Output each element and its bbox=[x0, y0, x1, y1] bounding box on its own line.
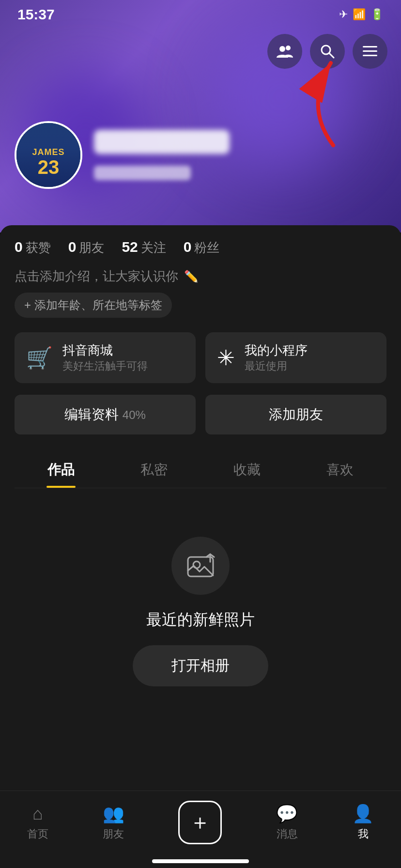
status-icons: ✈ 📶 🔋 bbox=[339, 8, 384, 21]
nav-friends-label: 朋友 bbox=[103, 827, 124, 841]
username-blurred bbox=[94, 130, 230, 154]
jersey-number: 23 bbox=[38, 157, 60, 177]
svg-rect-6 bbox=[363, 55, 377, 56]
empty-icon bbox=[171, 537, 230, 595]
bio-edit-icon: ✏️ bbox=[184, 270, 199, 283]
empty-state: 最近的新鲜照片 打开相册 bbox=[15, 488, 386, 686]
nav-messages[interactable]: 💬 消息 bbox=[276, 804, 298, 841]
search-button[interactable] bbox=[310, 34, 345, 69]
messages-icon: 💬 bbox=[276, 804, 298, 824]
likes-label: 获赞 bbox=[26, 239, 51, 256]
svg-point-0 bbox=[279, 46, 285, 52]
friends-label: 朋友 bbox=[79, 239, 104, 256]
svg-rect-4 bbox=[363, 46, 377, 47]
add-icon: ＋ bbox=[189, 808, 211, 837]
stat-friends: 0 朋友 bbox=[68, 239, 105, 256]
bio-row[interactable]: 点击添加介绍，让大家认识你 ✏️ bbox=[15, 268, 386, 285]
profile-body: 0 获赞 0 朋友 52 关注 0 粉丝 点击添加介绍，让大家认识你 ✏️ + … bbox=[0, 225, 401, 868]
tab-liked-label: 喜欢 bbox=[326, 462, 354, 477]
nav-messages-label: 消息 bbox=[277, 827, 298, 841]
profile-text-area bbox=[94, 130, 230, 180]
nav-me[interactable]: 👤 我 bbox=[352, 804, 374, 841]
profile-info: JAMES 23 bbox=[15, 121, 230, 189]
friends-count: 0 bbox=[68, 239, 77, 255]
mall-text: 抖音商城 美好生活触手可得 bbox=[62, 342, 148, 373]
bottom-nav: ⌂ 首页 👥 朋友 ＋ 💬 消息 👤 我 bbox=[0, 790, 401, 868]
mini-program-card[interactable]: ✳ 我的小程序 最近使用 bbox=[205, 332, 386, 383]
tag-button[interactable]: + 添加年龄、所在地等标签 bbox=[15, 293, 172, 318]
tab-liked[interactable]: 喜欢 bbox=[293, 452, 386, 488]
home-indicator bbox=[152, 859, 249, 863]
tag-btn-label: + 添加年龄、所在地等标签 bbox=[24, 297, 162, 313]
status-bar: 15:37 ✈ 📶 🔋 bbox=[0, 0, 401, 29]
svg-line-3 bbox=[329, 53, 334, 58]
add-button[interactable]: ＋ bbox=[178, 801, 222, 844]
open-album-button[interactable]: 打开相册 bbox=[133, 645, 268, 686]
mall-subtitle: 美好生活触手可得 bbox=[62, 359, 148, 373]
stat-followers[interactable]: 0 粉丝 bbox=[184, 239, 220, 256]
edit-label: 编辑资料 bbox=[64, 407, 123, 422]
edit-pct: 40% bbox=[123, 408, 146, 421]
following-count: 52 bbox=[122, 239, 138, 255]
add-friend-label: 添加朋友 bbox=[269, 407, 323, 422]
bio-text: 点击添加介绍，让大家认识你 bbox=[15, 268, 178, 285]
tab-private[interactable]: 私密 bbox=[108, 452, 200, 488]
stat-following[interactable]: 52 关注 bbox=[122, 239, 166, 256]
nav-friends[interactable]: 👥 朋友 bbox=[103, 804, 124, 841]
mini-subtitle: 最近使用 bbox=[245, 359, 308, 373]
home-icon: ⌂ bbox=[32, 804, 43, 824]
mini-icon: ✳ bbox=[217, 345, 235, 370]
tab-private-label: 私密 bbox=[140, 462, 168, 477]
me-icon: 👤 bbox=[352, 804, 374, 824]
userid-blurred bbox=[94, 166, 191, 180]
mini-title: 我的小程序 bbox=[245, 342, 308, 359]
friends-button[interactable] bbox=[267, 34, 302, 69]
menu-button[interactable] bbox=[353, 34, 387, 69]
wifi-icon: 📶 bbox=[353, 8, 366, 21]
service-cards: 🛒 抖音商城 美好生活触手可得 ✳ 我的小程序 最近使用 bbox=[15, 332, 386, 383]
open-album-label: 打开相册 bbox=[171, 657, 230, 673]
nav-me-label: 我 bbox=[358, 827, 369, 841]
action-buttons: 编辑资料 40% 添加朋友 bbox=[15, 395, 386, 434]
battery-icon: 🔋 bbox=[370, 8, 384, 21]
likes-count: 0 bbox=[15, 239, 23, 255]
tab-favorites[interactable]: 收藏 bbox=[200, 452, 293, 488]
tab-works[interactable]: 作品 bbox=[15, 452, 108, 488]
add-friend-button[interactable]: 添加朋友 bbox=[205, 395, 386, 434]
mall-title: 抖音商城 bbox=[62, 342, 148, 359]
nav-add[interactable]: ＋ bbox=[178, 801, 222, 844]
nav-home[interactable]: ⌂ 首页 bbox=[27, 804, 48, 841]
followers-count: 0 bbox=[184, 239, 192, 255]
stats-row: 0 获赞 0 朋友 52 关注 0 粉丝 bbox=[15, 239, 386, 256]
edit-profile-button[interactable]: 编辑资料 40% bbox=[15, 395, 196, 434]
cart-icon: 🛒 bbox=[26, 345, 53, 371]
mini-text: 我的小程序 最近使用 bbox=[245, 342, 308, 373]
avatar[interactable]: JAMES 23 bbox=[15, 121, 82, 189]
status-time: 15:37 bbox=[17, 6, 55, 23]
nav-home-label: 首页 bbox=[27, 827, 48, 841]
tab-favorites-label: 收藏 bbox=[233, 462, 261, 477]
svg-rect-5 bbox=[363, 50, 377, 52]
header-actions bbox=[267, 34, 387, 69]
followers-label: 粉丝 bbox=[194, 239, 219, 256]
douyin-mall-card[interactable]: 🛒 抖音商城 美好生活触手可得 bbox=[15, 332, 196, 383]
jersey-name: JAMES bbox=[32, 147, 64, 157]
following-label: 关注 bbox=[141, 239, 166, 256]
svg-point-1 bbox=[286, 46, 291, 50]
airplane-icon: ✈ bbox=[339, 8, 348, 21]
friends-nav-icon: 👥 bbox=[103, 804, 124, 824]
tab-works-label: 作品 bbox=[47, 462, 75, 477]
stat-likes: 0 获赞 bbox=[15, 239, 51, 256]
empty-title: 最近的新鲜照片 bbox=[146, 609, 255, 631]
content-tabs: 作品 私密 收藏 喜欢 bbox=[15, 452, 386, 488]
